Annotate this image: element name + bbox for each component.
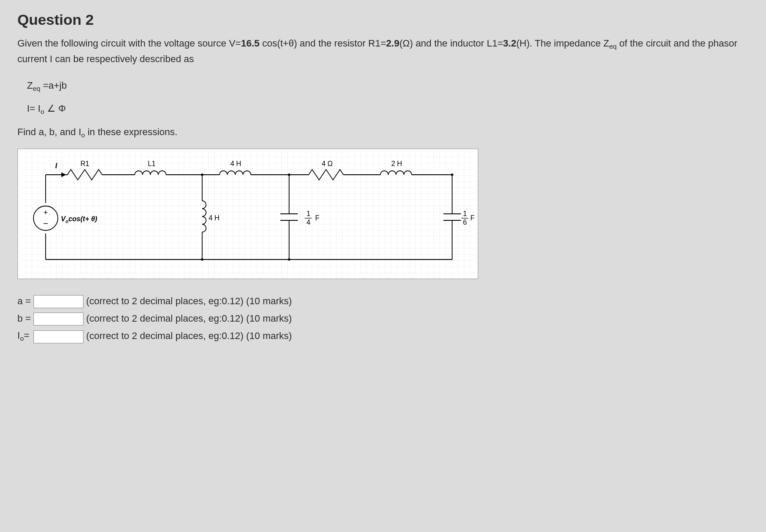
find-b: in these expressions. [85, 126, 177, 137]
equation-i: I= Io ∠ Φ [27, 101, 749, 117]
eq-z: Z [27, 80, 33, 91]
svg-text:4 H: 4 H [209, 214, 220, 222]
svg-text:2 H: 2 H [391, 160, 402, 167]
svg-point-43 [201, 173, 203, 176]
io-sub: o [20, 335, 24, 342]
a-input[interactable] [33, 295, 83, 308]
prompt-text: cos(t+θ) and the resistor R1= [260, 38, 386, 49]
svg-text:4: 4 [306, 219, 310, 226]
eq-rhs: =a+jb [40, 80, 67, 91]
eq-sub: eq [33, 85, 40, 92]
svg-text:R1: R1 [80, 160, 90, 167]
svg-point-44 [288, 173, 290, 176]
circuit-diagram: + − I R1 L1 4 H 4 Ω 2 H 4 H Vocos(t+ θ) … [17, 149, 478, 279]
prompt-text: Given the following circuit with the vol… [17, 38, 241, 49]
svg-rect-1 [20, 151, 476, 277]
svg-text:4 Ω: 4 Ω [322, 160, 333, 167]
find-a: Find a, b, and I [17, 126, 81, 137]
answers-block: a = (correct to 2 decimal places, eg:0.1… [17, 292, 294, 345]
eq-subscript: eq [609, 43, 616, 50]
a-label: a = [17, 292, 33, 309]
svg-text:4 H: 4 H [230, 160, 241, 167]
svg-text:L1: L1 [148, 160, 156, 167]
eq-i-sub: o [40, 108, 44, 115]
answer-row-a: a = (correct to 2 decimal places, eg:0.1… [17, 292, 294, 309]
answer-row-io: Io= (correct to 2 decimal places, eg:0.1… [17, 327, 294, 345]
svg-text:I: I [55, 162, 57, 170]
svg-text:6: 6 [463, 219, 467, 226]
svg-point-46 [288, 258, 290, 261]
prompt-text: (H). The impedance Z [516, 38, 609, 49]
eq-angle: ∠ Φ [44, 103, 66, 114]
svg-point-47 [451, 173, 453, 176]
io-label: Io= [17, 327, 33, 345]
prompt-text: (Ω) and the inductor L1= [400, 38, 503, 49]
svg-point-45 [201, 258, 203, 261]
b-input[interactable] [33, 313, 83, 326]
question-prompt: Given the following circuit with the vol… [17, 36, 749, 66]
svg-text:1: 1 [306, 210, 310, 217]
find-instruction: Find a, b, and Io in these expressions. [17, 125, 749, 140]
v-value: 16.5 [241, 38, 260, 49]
b-label: b = [17, 309, 33, 327]
svg-text:−: − [43, 219, 48, 228]
eq-i-lhs: I= I [27, 103, 40, 114]
svg-text:F: F [315, 214, 320, 222]
answer-row-b: b = (correct to 2 decimal places, eg:0.1… [17, 309, 294, 327]
svg-text:F: F [470, 214, 475, 222]
io-input[interactable] [33, 330, 83, 343]
a-hint: (correct to 2 decimal places, eg:0.12) (… [86, 292, 294, 309]
svg-text:+: + [43, 208, 48, 217]
svg-text:1: 1 [463, 210, 467, 217]
r-value: 2.9 [386, 38, 400, 49]
equation-zeq: Zeq =a+jb [27, 78, 749, 94]
l-value: 3.2 [503, 38, 516, 49]
b-hint: (correct to 2 decimal places, eg:0.12) (… [86, 309, 294, 327]
io-hint: (correct to 2 decimal places, eg:0.12) (… [86, 327, 294, 345]
question-title: Question 2 [17, 9, 749, 31]
io-post: = [24, 330, 30, 341]
